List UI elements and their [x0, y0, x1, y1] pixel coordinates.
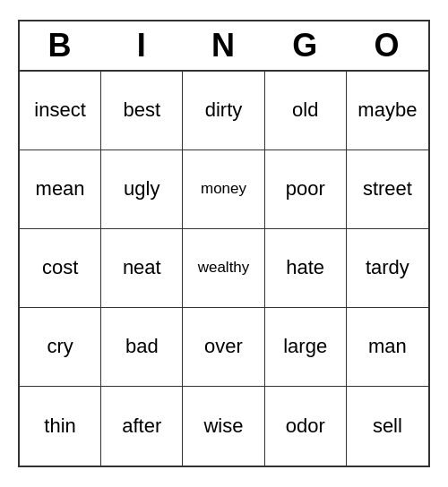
header-letter-g: G: [265, 21, 347, 70]
bingo-cell-19: man: [347, 308, 428, 387]
cell-text-5: mean: [36, 177, 85, 201]
cell-text-1: best: [123, 98, 160, 122]
bingo-cell-7: money: [183, 150, 264, 229]
cell-text-0: insect: [34, 98, 85, 122]
cell-text-21: after: [122, 414, 161, 438]
bingo-cell-13: hate: [265, 229, 347, 308]
header-letter-o: O: [347, 21, 428, 70]
bingo-cell-2: dirty: [183, 72, 264, 150]
header-letter-n: N: [183, 21, 264, 70]
bingo-cell-18: large: [265, 308, 347, 387]
bingo-cell-1: best: [101, 72, 183, 150]
cell-text-7: money: [201, 180, 246, 198]
cell-text-2: dirty: [205, 98, 243, 122]
bingo-cell-5: mean: [20, 150, 101, 229]
cell-text-14: tardy: [366, 256, 409, 279]
cell-text-16: bad: [125, 335, 159, 358]
cell-text-23: odor: [286, 414, 325, 438]
cell-text-12: wealthy: [198, 259, 250, 277]
bingo-cell-14: tardy: [347, 229, 428, 308]
cell-text-11: neat: [123, 256, 161, 279]
bingo-cell-11: neat: [101, 229, 183, 308]
bingo-cell-15: cry: [20, 308, 101, 387]
bingo-grid: insectbestdirtyoldmaybemeanuglymoneypoor…: [20, 72, 428, 466]
bingo-cell-21: after: [101, 387, 183, 466]
bingo-cell-16: bad: [101, 308, 183, 387]
cell-text-4: maybe: [358, 98, 417, 122]
bingo-cell-6: ugly: [101, 150, 183, 229]
cell-text-6: ugly: [124, 177, 159, 201]
bingo-cell-24: sell: [347, 387, 428, 466]
cell-text-15: cry: [47, 335, 73, 358]
bingo-cell-12: wealthy: [183, 229, 264, 308]
cell-text-13: hate: [286, 256, 324, 279]
bingo-cell-9: street: [347, 150, 428, 229]
cell-text-24: sell: [373, 414, 402, 438]
bingo-cell-20: thin: [20, 387, 101, 466]
bingo-cell-17: over: [183, 308, 264, 387]
cell-text-22: wise: [203, 414, 243, 438]
bingo-cell-4: maybe: [347, 72, 428, 150]
header-letter-b: B: [20, 21, 101, 70]
cell-text-19: man: [368, 335, 407, 358]
bingo-cell-10: cost: [20, 229, 101, 308]
cell-text-18: large: [283, 335, 327, 358]
cell-text-10: cost: [42, 256, 78, 279]
bingo-cell-8: poor: [265, 150, 347, 229]
cell-text-8: poor: [286, 177, 325, 201]
bingo-cell-3: old: [265, 72, 347, 150]
bingo-cell-23: odor: [265, 387, 347, 466]
bingo-cell-22: wise: [183, 387, 264, 466]
cell-text-20: thin: [44, 414, 75, 438]
cell-text-9: street: [363, 177, 412, 201]
bingo-cell-0: insect: [20, 72, 101, 150]
header-letter-i: I: [101, 21, 183, 70]
bingo-card: BINGO insectbestdirtyoldmaybemeanuglymon…: [18, 20, 430, 467]
cell-text-17: over: [204, 335, 243, 358]
cell-text-3: old: [292, 98, 318, 122]
bingo-header: BINGO: [20, 21, 428, 72]
